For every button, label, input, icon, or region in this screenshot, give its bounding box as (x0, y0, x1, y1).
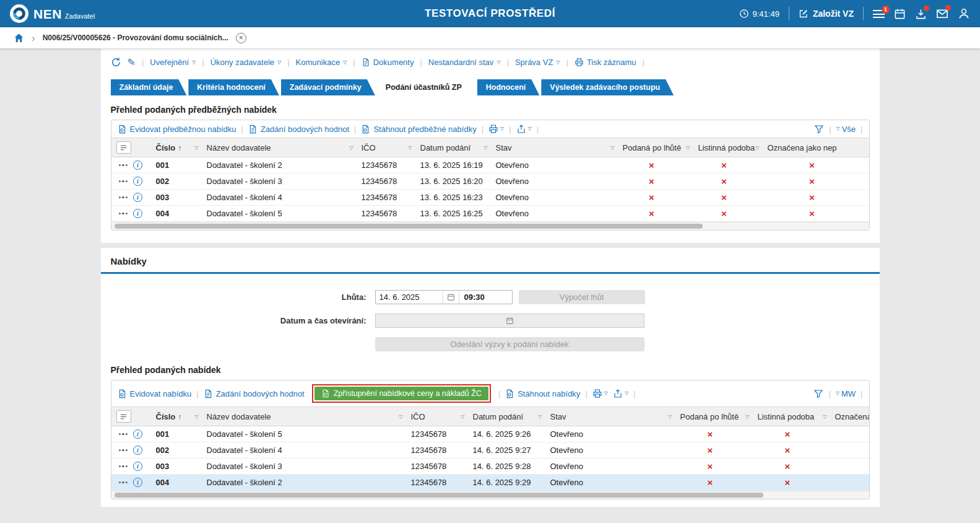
row-info-icon[interactable]: i (133, 462, 142, 471)
filter-caret-icon[interactable]: ▽ (483, 145, 487, 151)
filter-caret-icon[interactable]: ▽ (538, 414, 542, 420)
column-header-dodavatel[interactable]: Název dodavatele▽ (202, 407, 406, 426)
close-record-icon[interactable]: × (236, 33, 246, 43)
vypocet-lhut-button[interactable]: Výpočet lhůt (519, 290, 645, 304)
zpristupneni-ceny-button[interactable]: Zpřístupnění nabídkové ceny a nákladů ŽC (314, 387, 488, 400)
export-grid-button[interactable]: ▽ (613, 389, 628, 398)
column-header-oznacena[interactable]: Označena jako nep (763, 138, 869, 157)
scrollbar-thumb[interactable] (115, 224, 703, 229)
menu-nestandardni-stav[interactable]: Nestandardní stav▽ (428, 58, 501, 67)
menu-ukony-zadavatele[interactable]: Úkony zadavatele▽ (210, 58, 282, 67)
lhuta-date-value[interactable]: 14. 6. 2025 (376, 292, 443, 302)
tab-zadavaci-podminky[interactable]: Zadávací podmínky (281, 79, 375, 95)
column-header-stav[interactable]: Stav▽ (491, 138, 618, 157)
table-row[interactable]: i 002 Dodavatel - školení 4 12345678 14.… (111, 442, 869, 459)
oteviran-datetime-field[interactable] (375, 314, 644, 328)
filter-caret-icon[interactable]: ▽ (194, 414, 198, 420)
column-header-cislo[interactable]: Číslo↑▽ (151, 138, 202, 157)
menu-uverejneni[interactable]: Uveřejnění▽ (150, 58, 196, 67)
column-header-ico[interactable]: IČO▽ (357, 138, 415, 157)
print-grid-button[interactable]: ▽ (488, 124, 504, 134)
view-filter-dropdown[interactable]: ▽ MW (836, 389, 856, 398)
horizontal-scrollbar[interactable] (111, 491, 869, 499)
row-menu-icon[interactable] (119, 433, 128, 436)
app-logo[interactable]: NEN Zadavatel (10, 4, 95, 23)
zadani-bodovych-hodnot-button[interactable]: Zadání bodových hodnot (248, 125, 349, 134)
column-header-listinna[interactable]: Listinná podoba▽ (753, 407, 830, 426)
table-row[interactable]: i 001 Dodavatel - školení 2 12345678 13.… (111, 157, 869, 174)
column-header-listinna[interactable]: Listinná podoba▽ (693, 138, 763, 157)
row-info-icon[interactable]: i (133, 446, 142, 455)
calendar-button[interactable] (894, 8, 906, 20)
column-header-datum[interactable]: Datum podání▽ (415, 138, 491, 157)
menu-tisk-zaznamu[interactable]: Tisk záznamu (575, 58, 636, 67)
messages-button[interactable] (936, 7, 948, 20)
tab-podani-ucastniku-zp[interactable]: Podání účastníků ZP (377, 79, 475, 95)
tab-hodnoceni[interactable]: Hodnocení (477, 79, 540, 95)
column-header-po-lhute[interactable]: Podaná po lhůtě▽ (675, 407, 753, 426)
table-row[interactable]: i 001 Dodavatel - školení 5 12345678 14.… (111, 426, 869, 442)
menu-komunikace[interactable]: Komunikace▽ (296, 58, 347, 67)
table-row[interactable]: i 003 Dodavatel - školení 4 12345678 13.… (111, 190, 869, 206)
zadani-bodovych-hodnot-button[interactable]: Zadání bodových hodnot (204, 389, 305, 398)
main-menu-button[interactable]: 1 (873, 10, 885, 18)
column-header-dodavatel[interactable]: Název dodavatele▽ (202, 138, 357, 157)
lhuta-time-value[interactable]: 09:30 (459, 291, 512, 304)
filter-button[interactable] (814, 124, 824, 134)
stahnout-predbezne-button[interactable]: Stáhnout předběžné nabídky (361, 125, 476, 134)
column-header-oznacena[interactable]: Označena jako nep (830, 407, 869, 426)
row-info-icon[interactable]: i (133, 478, 142, 487)
downloads-button[interactable] (915, 8, 927, 20)
filter-caret-icon[interactable]: ▽ (686, 145, 690, 151)
filter-caret-icon[interactable]: ▽ (194, 145, 198, 151)
horizontal-scrollbar[interactable] (111, 222, 869, 230)
calendar-picker-button[interactable] (443, 291, 459, 304)
filter-caret-icon[interactable]: ▽ (349, 145, 353, 151)
tab-kriteria-hodnoceni[interactable]: Kritéria hodnocení (188, 79, 279, 95)
lhuta-datetime-field[interactable]: 14. 6. 2025 09:30 (375, 290, 513, 304)
scrollbar-thumb[interactable] (115, 493, 763, 498)
row-menu-icon[interactable] (119, 481, 128, 484)
row-menu-icon[interactable] (119, 465, 128, 468)
tab-zakladni-udaje[interactable]: Základní údaje (111, 79, 187, 95)
column-header-po-lhute[interactable]: Podaná po lhůtě▽ (618, 138, 693, 157)
menu-dokumenty[interactable]: Dokumenty (362, 58, 414, 67)
row-info-icon[interactable]: i (133, 209, 142, 218)
filter-caret-icon[interactable]: ▽ (399, 414, 402, 420)
filter-caret-icon[interactable]: ▽ (408, 145, 412, 151)
table-row-selected[interactable]: i 004 Dodavatel - školení 2 12345678 14.… (111, 475, 869, 491)
column-settings-icon[interactable] (116, 141, 131, 154)
view-filter-dropdown[interactable]: ▽ Vše (836, 125, 856, 134)
export-grid-button[interactable]: ▽ (516, 124, 532, 134)
table-row[interactable]: i 004 Dodavatel - školení 5 12345678 13.… (111, 206, 869, 222)
row-info-icon[interactable]: i (133, 193, 142, 202)
create-vz-button[interactable]: Založit VZ (799, 9, 854, 19)
table-row[interactable]: i 003 Dodavatel - školení 3 12345678 14.… (111, 459, 869, 475)
filter-caret-icon[interactable]: ▽ (823, 414, 826, 420)
odeslani-vyzvy-button[interactable]: Odeslání výzvy k podání nabídek (375, 337, 644, 351)
filter-button[interactable] (813, 389, 823, 398)
column-header-ico[interactable]: IČO▽ (406, 407, 468, 426)
filter-caret-icon[interactable]: ▽ (745, 414, 749, 420)
row-menu-icon[interactable] (119, 213, 128, 215)
print-grid-button[interactable]: ▽ (592, 389, 608, 398)
filter-caret-icon[interactable]: ▽ (668, 414, 672, 420)
column-header-stav[interactable]: Stav▽ (545, 407, 675, 426)
filter-caret-icon[interactable]: ▽ (610, 145, 614, 151)
filter-caret-icon[interactable]: ▽ (461, 414, 464, 420)
table-row[interactable]: i 002 Dodavatel - školení 3 12345678 13.… (111, 174, 869, 190)
row-menu-icon[interactable] (119, 180, 128, 183)
row-info-icon[interactable]: i (133, 160, 142, 170)
column-settings-icon[interactable] (116, 410, 131, 423)
filter-caret-icon[interactable]: ▽ (755, 145, 759, 151)
row-menu-icon[interactable] (119, 164, 128, 167)
evidovat-nabidku-button[interactable]: Evidovat nabídku (118, 389, 192, 398)
profile-button[interactable] (958, 7, 970, 20)
breadcrumb-item[interactable]: N006/25/V00005626 - Provozování domu soc… (43, 33, 228, 42)
column-header-cislo[interactable]: Číslo↑▽ (151, 407, 202, 426)
home-button[interactable] (14, 33, 24, 43)
row-info-icon[interactable]: i (133, 177, 142, 186)
column-header-datum[interactable]: Datum podání▽ (468, 407, 545, 426)
edit-record-button[interactable]: ✎ (128, 58, 136, 68)
row-menu-icon[interactable] (119, 449, 128, 452)
